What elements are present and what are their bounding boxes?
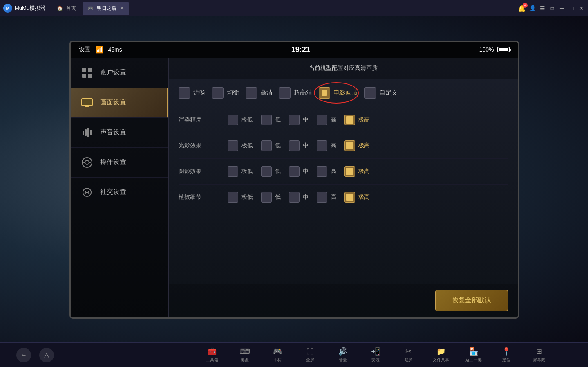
minimize-button[interactable]: ─ [559, 5, 565, 11]
close-button[interactable]: ✕ [578, 5, 585, 11]
toolbar-share[interactable]: 📁 文件共享 [425, 343, 457, 367]
light-vhigh-cb[interactable] [344, 140, 355, 151]
render-vlow-cb[interactable] [228, 115, 238, 125]
maximize-button[interactable]: □ [568, 5, 575, 11]
quality-uhd[interactable]: 超高清 [279, 87, 312, 99]
quality-balanced[interactable]: 均衡 [212, 87, 239, 99]
render-high-cb[interactable] [317, 115, 327, 125]
ping-value: 46ms [108, 46, 122, 53]
light-vhigh[interactable]: 极高 [344, 140, 370, 151]
render-low-cb[interactable] [261, 115, 272, 125]
tab-home[interactable]: 🏠 首页 [52, 2, 81, 15]
foliage-high-cb[interactable] [317, 192, 327, 203]
back-icon: ← [20, 351, 27, 359]
location-icon: 📍 [502, 347, 511, 356]
shadow-low[interactable]: 低 [261, 166, 281, 177]
shadow-low-cb[interactable] [261, 166, 272, 177]
fullscreen-icon: ⛶ [306, 347, 314, 356]
shadow-vhigh-cb[interactable] [344, 166, 355, 177]
hd-checkbox[interactable] [246, 87, 257, 99]
svg-rect-3 [88, 74, 92, 78]
balanced-checkbox[interactable] [212, 87, 224, 99]
quality-movie[interactable]: 电影画质 [319, 87, 358, 99]
shadow-vlow[interactable]: 极低 [228, 166, 253, 177]
light-high[interactable]: 高 [317, 140, 336, 151]
sidebar-item-display[interactable]: 画面设置 [71, 88, 168, 118]
toolbar-screenshot[interactable]: ✂ 截屏 [392, 343, 425, 367]
toolbar-apk[interactable]: 📲 安装 [359, 343, 392, 367]
foliage-vhigh[interactable]: 极高 [344, 192, 370, 203]
render-vlow[interactable]: 极低 [228, 115, 253, 125]
quality-smooth[interactable]: 流畅 [179, 87, 206, 99]
toolbar-store[interactable]: 🏪 返回一键 [457, 343, 490, 367]
foliage-high[interactable]: 高 [317, 192, 336, 203]
shadow-mid[interactable]: 中 [289, 166, 309, 177]
tab-game[interactable]: 🎮 明日之后 ✕ [83, 2, 129, 15]
shadow-vhigh[interactable]: 极高 [344, 166, 370, 177]
shadow-vlow-cb[interactable] [228, 166, 238, 177]
light-mid-cb[interactable] [289, 140, 300, 151]
foliage-vhigh-cb[interactable] [344, 192, 355, 203]
toolbar-location[interactable]: 📍 定位 [490, 343, 523, 367]
foliage-vlow[interactable]: 极低 [228, 192, 253, 203]
restore-icon[interactable]: ⧉ [549, 5, 555, 11]
render-vhigh-cb[interactable] [344, 115, 355, 125]
svg-rect-0 [82, 68, 86, 72]
light-vhigh-lbl: 极高 [358, 142, 370, 149]
shadow-high[interactable]: 高 [317, 166, 336, 177]
foliage-low[interactable]: 低 [261, 192, 281, 203]
reset-button-container: 恢复全部默认 [169, 284, 518, 317]
smooth-checkbox[interactable] [179, 87, 190, 99]
sidebar-item-controls[interactable]: 操作设置 [71, 148, 168, 178]
toolbar-keyboard[interactable]: ⌨ 键盘 [228, 343, 261, 367]
light-high-cb[interactable] [317, 140, 327, 151]
back-button[interactable]: ← [16, 348, 31, 362]
render-low-lbl: 低 [275, 116, 281, 124]
render-high-lbl: 高 [331, 116, 336, 124]
shadow-high-cb[interactable] [317, 166, 327, 177]
foliage-mid[interactable]: 中 [289, 192, 309, 203]
notification-button[interactable]: 🔔 4 [518, 5, 526, 12]
shadow-mid-cb[interactable] [289, 166, 300, 177]
toolbar-resize[interactable]: ⊞ 屏幕截 [523, 343, 555, 367]
apk-icon: 📲 [371, 347, 380, 356]
render-mid[interactable]: 中 [289, 115, 309, 125]
svg-point-14 [83, 162, 85, 163]
menu-icon[interactable]: ☰ [539, 5, 546, 11]
toolbar-fullscreen[interactable]: ⛶ 全屏 [294, 343, 326, 367]
reset-defaults-button[interactable]: 恢复全部默认 [435, 290, 508, 311]
quality-hd[interactable]: 高清 [246, 87, 273, 99]
render-high[interactable]: 高 [317, 115, 336, 125]
sidebar-item-account[interactable]: 账户设置 [71, 58, 168, 88]
sidebar-item-sound[interactable]: 声音设置 [71, 118, 168, 148]
controls-label: 操作设置 [100, 158, 126, 167]
sidebar-item-social[interactable]: 社交设置 [71, 178, 168, 207]
user-icon[interactable]: 👤 [529, 5, 536, 11]
foliage-vlow-lbl: 极低 [241, 194, 253, 201]
home-nav-button[interactable]: △ [39, 348, 54, 362]
toolbar-toolbox[interactable]: 🧰 工具箱 [196, 343, 228, 367]
toolbar-gamepad[interactable]: 🎮 手柄 [261, 343, 294, 367]
render-vlow-lbl: 极低 [241, 116, 253, 124]
toolbar-volume[interactable]: 🔊 音量 [326, 343, 359, 367]
quality-custom[interactable]: 自定义 [364, 87, 398, 99]
render-low[interactable]: 低 [261, 115, 281, 125]
movie-label: 电影画质 [333, 89, 358, 97]
light-vlow-cb[interactable] [228, 140, 238, 151]
uhd-checkbox[interactable] [279, 87, 291, 99]
custom-checkbox[interactable] [364, 87, 376, 99]
gamepad-icon: 🎮 [273, 347, 282, 356]
movie-checkbox[interactable] [319, 87, 330, 99]
light-vlow[interactable]: 极低 [228, 140, 253, 151]
tab-close-button[interactable]: ✕ [120, 5, 124, 11]
foliage-detail-row: 植被细节 极低 低 中 [179, 185, 508, 210]
light-low-cb[interactable] [261, 140, 272, 151]
light-low[interactable]: 低 [261, 140, 281, 151]
render-mid-lbl: 中 [303, 116, 309, 124]
render-vhigh[interactable]: 极高 [344, 115, 370, 125]
foliage-vlow-cb[interactable] [228, 192, 238, 203]
render-mid-cb[interactable] [289, 115, 300, 125]
foliage-mid-cb[interactable] [289, 192, 300, 203]
light-mid[interactable]: 中 [289, 140, 309, 151]
foliage-low-cb[interactable] [261, 192, 272, 203]
